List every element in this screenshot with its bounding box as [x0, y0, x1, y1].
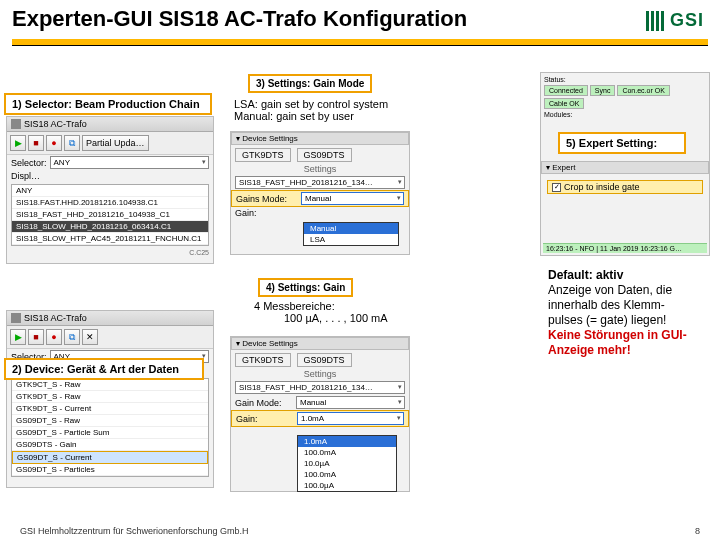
panel-gain: ▾ Device Settings GTK9DTS GS09DTS Settin…: [230, 336, 410, 492]
menu-item[interactable]: LSA: [304, 234, 398, 245]
list-item[interactable]: GS09DT_S - Raw: [12, 415, 208, 427]
gain-menu[interactable]: 1.0mA 100.0mA 10.0µA 100.0mA 100.0µA: [297, 435, 397, 492]
toolbar-button[interactable]: ✕: [82, 329, 98, 345]
callout-1: 1) Selector: Beam Production Chain: [4, 93, 212, 115]
sequence-dropdown[interactable]: SIS18_FAST_HHD_20181216_134…: [235, 381, 405, 394]
menu-item[interactable]: 10.0µA: [298, 458, 396, 469]
list-item[interactable]: SIS18_SLOW_HTP_AC45_20181211_FNCHUN.C1: [12, 233, 208, 245]
callout-5: 5) Expert Setting:: [558, 132, 686, 154]
list-item[interactable]: GS09DT_S - Current: [12, 451, 208, 464]
gain-mode-dropdown[interactable]: Manual: [301, 192, 404, 205]
toolbar-button[interactable]: ●: [46, 135, 62, 151]
menu-item[interactable]: 100.0mA: [298, 447, 396, 458]
list-item[interactable]: SIS18_SLOW_HHD_20181216_063414.C1: [12, 221, 208, 233]
status-badge: Connected: [544, 85, 588, 96]
chain-list[interactable]: ANY SIS18.FAST.HHD.20181216.104938.C1 SI…: [11, 184, 209, 246]
section-header: ▾ Device Settings: [231, 132, 409, 145]
window-device: SIS18 AC-Trafo ▶ ■ ● ⧉ ✕ Selector:ANY ▾ …: [6, 310, 214, 488]
gain-mode-menu[interactable]: Manual LSA: [303, 222, 399, 246]
menu-item[interactable]: Manual: [304, 223, 398, 234]
toolbar-button[interactable]: ●: [46, 329, 62, 345]
device-tab[interactable]: GS09DTS: [297, 353, 352, 367]
list-item[interactable]: GTK9DT_S - Raw: [12, 391, 208, 403]
page-title: Experten-GUI SIS18 AC-Trafo Konfiguratio…: [12, 6, 467, 32]
list-item[interactable]: GTK9DT_S - Current: [12, 403, 208, 415]
note-5: Default: aktiv Anzeige von Daten, die in…: [548, 268, 716, 358]
toolbar-button[interactable]: ▶: [10, 135, 26, 151]
callout-3-sub: LSA: gain set by control systemManual: g…: [234, 98, 388, 122]
toolbar-button[interactable]: ⧉: [64, 329, 80, 345]
device-tab[interactable]: GS09DTS: [297, 148, 352, 162]
gain-mode-dropdown[interactable]: Manual: [296, 396, 405, 409]
menu-item[interactable]: 100.0mA: [298, 469, 396, 480]
toolbar-button[interactable]: ■: [28, 329, 44, 345]
device-list[interactable]: GTK9CT_S - Raw GTK9DT_S - Raw GTK9DT_S -…: [11, 378, 209, 477]
list-item[interactable]: GS09DTS - Gain: [12, 439, 208, 451]
list-item[interactable]: GS09DT_S - Particles: [12, 464, 208, 476]
gsi-logo: GSI: [642, 6, 708, 35]
status-badge: Con.ec.or OK: [617, 85, 669, 96]
status-badge: Sync: [590, 85, 616, 96]
section-header: ▾ Device Settings: [231, 337, 409, 350]
crop-checkbox[interactable]: ✓: [552, 183, 561, 192]
panel-expert: Status: Connected Sync Con.ec.or OK Cabl…: [540, 72, 710, 256]
status-badge: Cable OK: [544, 98, 584, 109]
app-icon: [11, 119, 21, 129]
selector-dropdown[interactable]: ANY: [50, 156, 209, 169]
callout-4-sub: 4 Messbereiche: 100 µA, . . . , 100 mA: [254, 300, 388, 324]
gain-dropdown[interactable]: 1.0mA: [297, 412, 404, 425]
toolbar-button[interactable]: ▶: [10, 329, 26, 345]
page-number: 8: [695, 526, 700, 536]
device-tab[interactable]: GTK9DTS: [235, 353, 291, 367]
callout-3: 3) Settings: Gain Mode: [248, 74, 372, 93]
callout-4: 4) Settings: Gain: [258, 278, 353, 297]
toolbar-button[interactable]: ⧉: [64, 135, 80, 151]
list-item[interactable]: GTK9CT_S - Raw: [12, 379, 208, 391]
list-item[interactable]: ANY: [12, 185, 208, 197]
divider-thin: [12, 45, 708, 46]
app-icon: [11, 313, 21, 323]
sequence-dropdown[interactable]: SIS18_FAST_HHD_20181216_134…: [235, 176, 405, 189]
footer-org: GSI Helmholtzzentrum für Schwerionenfors…: [20, 526, 249, 536]
callout-2: 2) Device: Gerät & Art der Daten: [4, 358, 204, 380]
list-item[interactable]: SIS18.FAST.HHD.20181216.104938.C1: [12, 197, 208, 209]
menu-item[interactable]: 100.0µA: [298, 480, 396, 491]
log-status: 16:23:16 - NFO | 11 Jan 2019 16:23:16 G…: [543, 243, 707, 253]
list-item[interactable]: SIS18_FAST_HHD_20181216_104938_C1: [12, 209, 208, 221]
toolbar-button[interactable]: ■: [28, 135, 44, 151]
section-header: ▾ Expert: [541, 161, 709, 174]
device-tab[interactable]: GTK9DTS: [235, 148, 291, 162]
menu-item[interactable]: 1.0mA: [298, 436, 396, 447]
list-item[interactable]: GS09DT_S - Particle Sum: [12, 427, 208, 439]
partial-update-button[interactable]: Partial Upda…: [82, 135, 149, 151]
panel-gain-mode: ▾ Device Settings GTK9DTS GS09DTS Settin…: [230, 131, 410, 255]
window-selector: SIS18 AC-Trafo ▶ ■ ● ⧉ Partial Upda… Sel…: [6, 116, 214, 264]
